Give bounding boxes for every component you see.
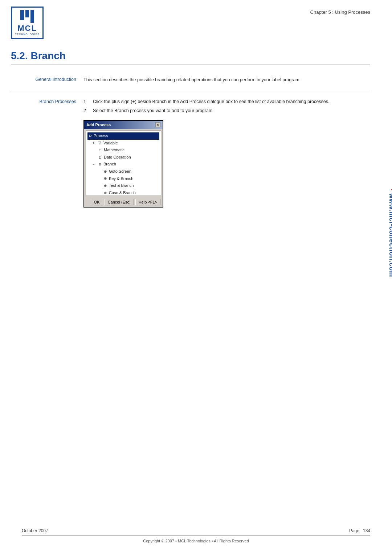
tree-item-goto-screen[interactable]: ⊕ Goto Screen xyxy=(103,168,159,175)
step-1: 1 Click the plus sign (+) beside Branch … xyxy=(83,98,370,105)
chapter-label: Chapter 5 : Using Processes xyxy=(310,7,370,15)
footer-top: October 2007 Page 134 xyxy=(22,528,370,533)
step-2-text: Select the Branch process you want to ad… xyxy=(93,107,212,114)
tree-label-variable: Variable xyxy=(103,140,118,147)
tree-item-process[interactable]: ⚙ Process xyxy=(87,132,159,140)
branch-icon: ⊕ xyxy=(97,161,102,167)
logo-text: MCL xyxy=(17,24,37,32)
dialog-tree: ⚙ Process + ▽ Variable □ Mathematic xyxy=(86,131,161,196)
dialog-cancel-button[interactable]: Cancel (Esc) xyxy=(105,199,134,205)
tree-label-date-operation: Date Operation xyxy=(104,154,131,161)
dialog-ok-button[interactable]: OK xyxy=(91,199,103,205)
test-branch-icon: ⊕ xyxy=(103,183,108,189)
watermark-text: www.mcl-collection.com xyxy=(388,193,392,277)
footer-page-number: 134 xyxy=(363,528,370,533)
section-content-branch: 1 Click the plus sign (+) beside Branch … xyxy=(83,98,370,208)
tree-label-branch: Branch xyxy=(103,161,116,168)
title-divider xyxy=(11,65,370,65)
tree-item-variable[interactable]: + ▽ Variable xyxy=(93,140,159,147)
tree-item-mathematic[interactable]: □ Mathematic xyxy=(98,147,159,154)
side-watermark: · www.mcl-collection.com xyxy=(388,189,392,277)
mathematic-icon: □ xyxy=(98,147,103,153)
dialog-help-button[interactable]: Help <F1> xyxy=(135,199,160,205)
process-icon: ⚙ xyxy=(87,133,93,139)
page-footer: October 2007 Page 134 Copyright © 2007 •… xyxy=(0,528,392,543)
logo-bar-2 xyxy=(25,10,29,17)
section-label-general: General introduction xyxy=(11,76,83,83)
tree-item-test-branch[interactable]: ⊕ Test & Branch xyxy=(103,182,159,189)
step-num-2: 2 xyxy=(83,107,89,114)
variable-expander: + xyxy=(93,140,96,145)
tree-label-mathematic: Mathematic xyxy=(104,147,124,153)
page-header: MCL TECHNOLOGIES Chapter 5 : Using Proce… xyxy=(0,0,392,43)
logo: MCL TECHNOLOGIES xyxy=(11,7,44,39)
dialog-title-bar: Add Process × xyxy=(84,121,163,130)
section-content-general: This section describes the possible bran… xyxy=(83,76,370,83)
tree-item-key-branch[interactable]: ⊕ Key & Branch xyxy=(103,175,159,182)
content-area: General introduction This section descri… xyxy=(0,69,392,215)
logo-bar-3 xyxy=(30,10,34,23)
date-operation-icon: 🗓 xyxy=(98,155,103,160)
tree-label-test-branch: Test & Branch xyxy=(109,182,134,189)
tree-label-key-branch: Key & Branch xyxy=(109,176,133,182)
steps-list: 1 Click the plus sign (+) beside Branch … xyxy=(83,98,370,114)
footer-page: Page 134 xyxy=(349,528,370,533)
tree-label-case-branch: Case & Branch xyxy=(109,190,136,196)
tree-label-process: Process xyxy=(94,133,108,139)
page-title: 5.2. Branch xyxy=(11,50,370,62)
section-branch-processes: Branch Processes 1 Click the plus sign (… xyxy=(11,91,370,215)
logo-subtitle: TECHNOLOGIES xyxy=(15,33,40,36)
step-1-text: Click the plus sign (+) beside Branch in… xyxy=(93,98,329,105)
dialog-title: Add Process xyxy=(86,122,111,128)
dialog-footer: OK Cancel (Esc) Help <F1> xyxy=(84,197,163,207)
section-general-introduction: General introduction This section descri… xyxy=(11,69,370,91)
logo-bar-1 xyxy=(20,10,24,20)
step-num-1: 1 xyxy=(83,98,89,105)
general-intro-text: This section describes the possible bran… xyxy=(83,76,370,83)
tree-item-case-branch[interactable]: ⊕ Case & Branch xyxy=(103,189,159,196)
watermark-dot: · xyxy=(388,189,392,191)
add-process-dialog: Add Process × ⚙ Process + ▽ Variable xyxy=(83,120,163,208)
case-branch-icon: ⊕ xyxy=(103,190,108,196)
section-label-branch: Branch Processes xyxy=(11,98,83,104)
step-2: 2 Select the Branch process you want to … xyxy=(83,107,370,114)
footer-date: October 2007 xyxy=(22,528,48,533)
dialog-close-button[interactable]: × xyxy=(155,122,160,127)
logo-bars xyxy=(20,10,34,23)
tree-item-branch[interactable]: − ⊕ Branch xyxy=(93,161,159,168)
footer-copyright: Copyright © 2007 • MCL Technologies • Al… xyxy=(22,539,370,543)
title-section: 5.2. Branch xyxy=(0,43,392,69)
dialog-wrapper: Add Process × ⚙ Process + ▽ Variable xyxy=(83,120,370,208)
tree-label-goto-screen: Goto Screen xyxy=(109,168,131,175)
key-branch-icon: ⊕ xyxy=(103,176,108,181)
tree-item-date-operation[interactable]: 🗓 Date Operation xyxy=(98,154,159,161)
variable-icon: ▽ xyxy=(97,140,102,146)
footer-divider xyxy=(22,535,370,536)
branch-expander: − xyxy=(93,162,96,167)
goto-screen-icon: ⊕ xyxy=(103,169,108,175)
